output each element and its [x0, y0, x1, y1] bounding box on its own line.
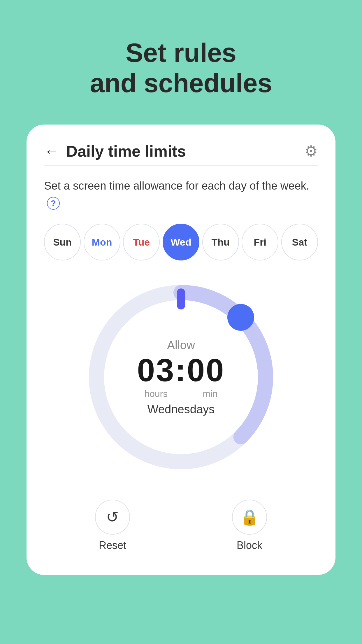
- day-wed[interactable]: Wed: [163, 224, 199, 260]
- back-button[interactable]: ←: [44, 142, 59, 160]
- day-sat[interactable]: Sat: [281, 224, 318, 260]
- day-full-label: Wednesdays: [147, 403, 215, 416]
- svg-point-3: [227, 304, 254, 331]
- block-icon-circle: 🔒: [232, 500, 267, 535]
- description: Set a screen time allowance for each day…: [44, 180, 309, 209]
- reset-label: Reset: [99, 539, 126, 552]
- description-content: Set a screen time allowance for each day…: [44, 180, 309, 192]
- block-button[interactable]: 🔒 Block: [232, 500, 267, 552]
- time-display: 03:00: [137, 354, 225, 386]
- day-fri[interactable]: Fri: [242, 224, 278, 260]
- day-mon[interactable]: Mon: [84, 224, 120, 260]
- header-divider: [44, 165, 318, 166]
- title-line1: Set rules: [126, 38, 236, 67]
- daily-limits-card: ← Daily time limits ⚙ Set a screen time …: [27, 125, 335, 575]
- day-sun[interactable]: Sun: [44, 224, 81, 260]
- card-header-left: ← Daily time limits: [44, 142, 186, 160]
- day-tue[interactable]: Tue: [123, 224, 160, 260]
- clock-center: Allow 03:00 hours min Wednesdays: [137, 339, 225, 416]
- actions-row: ↺ Reset 🔒 Block: [44, 500, 318, 552]
- day-thu[interactable]: Thu: [202, 224, 239, 260]
- card-header: ← Daily time limits ⚙: [44, 142, 318, 160]
- timer-container[interactable]: Allow 03:00 hours min Wednesdays: [44, 278, 318, 476]
- allow-label: Allow: [167, 339, 195, 352]
- days-selector: Sun Mon Tue Wed Thu Fri Sat: [44, 224, 318, 260]
- lock-icon: 🔒: [240, 508, 259, 526]
- reset-icon: ↺: [106, 508, 119, 526]
- settings-icon[interactable]: ⚙: [304, 142, 318, 160]
- clock-wrapper[interactable]: Allow 03:00 hours min Wednesdays: [82, 278, 280, 476]
- card-title: Daily time limits: [66, 142, 186, 160]
- title-line2: and schedules: [90, 69, 272, 98]
- page-title: Set rules and schedules: [90, 38, 272, 98]
- reset-icon-circle: ↺: [95, 500, 130, 535]
- min-label: min: [203, 388, 218, 399]
- help-icon[interactable]: ?: [47, 197, 60, 210]
- reset-button[interactable]: ↺ Reset: [95, 500, 130, 552]
- time-units: hours min: [144, 388, 218, 399]
- description-text: Set a screen time allowance for each day…: [44, 178, 318, 211]
- svg-rect-2: [177, 288, 185, 309]
- block-label: Block: [237, 539, 262, 552]
- hours-label: hours: [144, 388, 168, 399]
